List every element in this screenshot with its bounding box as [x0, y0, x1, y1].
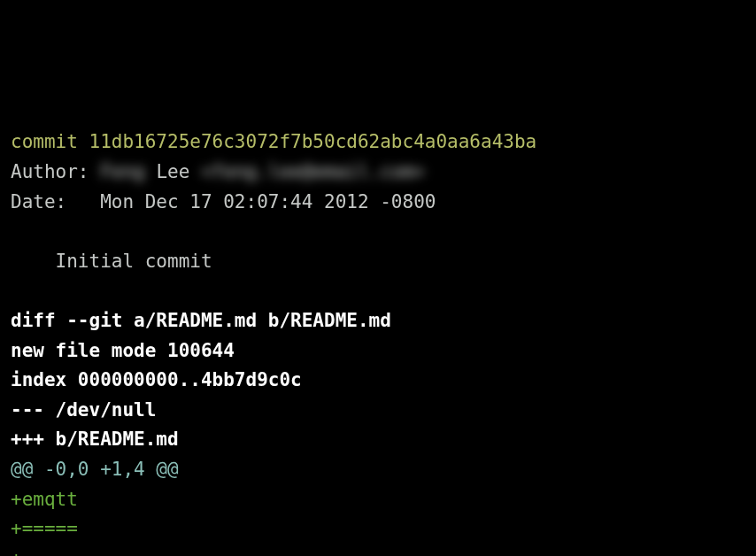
commit-message: Initial commit: [11, 251, 212, 272]
hunk-header: @@ -0,0 +1,4 @@: [11, 459, 179, 480]
date-line: Date: Mon Dec 17 02:07:44 2012 -0800: [11, 191, 436, 212]
diff-added-line: +=====: [11, 518, 78, 539]
diff-index-line: index 000000000..4bb7d9c0c: [11, 369, 302, 390]
diff-added-line: +: [11, 548, 22, 556]
author-line: Author: Feng Lee <feng.lee@email.com>: [11, 161, 425, 182]
diff-header-line: diff --git a/README.md b/README.md: [11, 310, 391, 331]
diff-new-file: +++ b/README.md: [11, 429, 179, 450]
diff-mode-line: new file mode 100644: [11, 340, 235, 361]
diff-old-file: --- /dev/null: [11, 399, 156, 421]
diff-added-line: +emqtt: [11, 489, 78, 510]
terminal-output: commit 11db16725e76c3072f7b50cd62abc4a0a…: [11, 127, 745, 556]
commit-hash-line: commit 11db16725e76c3072f7b50cd62abc4a0a…: [11, 131, 536, 152]
